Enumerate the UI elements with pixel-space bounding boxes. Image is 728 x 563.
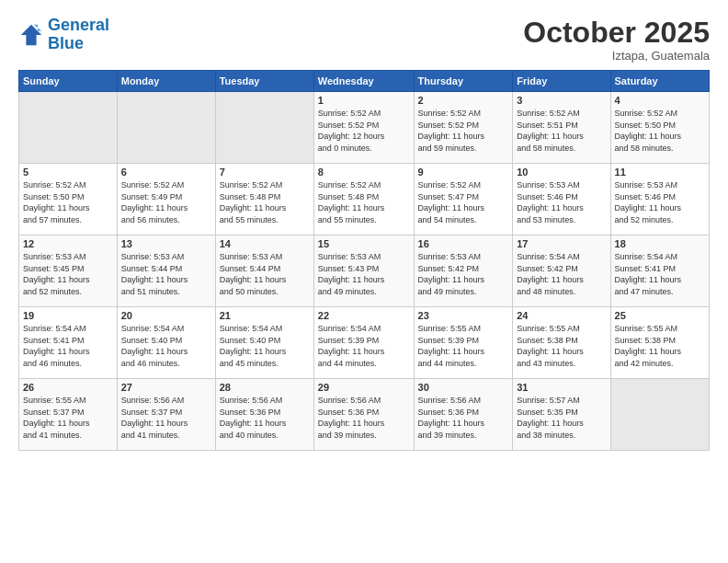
- day-info: Sunrise: 5:52 AMSunset: 5:51 PMDaylight:…: [517, 108, 606, 154]
- col-thursday: Thursday: [414, 71, 513, 92]
- week-row-2: 12Sunrise: 5:53 AMSunset: 5:45 PMDayligh…: [19, 236, 710, 307]
- day-number: 5: [23, 167, 113, 178]
- calendar-cell: 13Sunrise: 5:53 AMSunset: 5:44 PMDayligh…: [117, 236, 215, 307]
- day-number: 14: [220, 238, 310, 249]
- calendar-cell: 17Sunrise: 5:54 AMSunset: 5:42 PMDayligh…: [513, 236, 610, 307]
- calendar-cell: 20Sunrise: 5:54 AMSunset: 5:40 PMDayligh…: [117, 307, 215, 379]
- calendar-cell: 21Sunrise: 5:54 AMSunset: 5:40 PMDayligh…: [215, 307, 313, 379]
- calendar-cell: 14Sunrise: 5:53 AMSunset: 5:44 PMDayligh…: [215, 236, 313, 307]
- day-number: 27: [121, 382, 211, 393]
- day-number: 1: [318, 95, 410, 106]
- day-info: Sunrise: 5:55 AMSunset: 5:39 PMDaylight:…: [418, 323, 509, 369]
- calendar-cell: 27Sunrise: 5:56 AMSunset: 5:37 PMDayligh…: [117, 379, 215, 451]
- calendar-cell: 5Sunrise: 5:52 AMSunset: 5:50 PMDaylight…: [19, 164, 118, 236]
- calendar-cell: [19, 92, 118, 164]
- day-info: Sunrise: 5:57 AMSunset: 5:35 PMDaylight:…: [517, 395, 606, 441]
- location: Iztapa, Guatemala: [523, 49, 710, 63]
- calendar-cell: 9Sunrise: 5:52 AMSunset: 5:47 PMDaylight…: [414, 164, 513, 236]
- header-row: Sunday Monday Tuesday Wednesday Thursday…: [19, 71, 710, 92]
- day-number: 12: [23, 238, 113, 249]
- calendar-cell: 1Sunrise: 5:52 AMSunset: 5:52 PMDaylight…: [313, 92, 414, 164]
- calendar-cell: 4Sunrise: 5:52 AMSunset: 5:50 PMDaylight…: [610, 92, 709, 164]
- day-number: 20: [121, 310, 211, 321]
- day-number: 21: [220, 310, 310, 321]
- day-info: Sunrise: 5:54 AMSunset: 5:42 PMDaylight:…: [517, 251, 606, 297]
- calendar-table: Sunday Monday Tuesday Wednesday Thursday…: [18, 70, 710, 451]
- logo: General Blue: [18, 17, 109, 53]
- calendar-cell: 23Sunrise: 5:55 AMSunset: 5:39 PMDayligh…: [414, 307, 513, 379]
- day-info: Sunrise: 5:52 AMSunset: 5:47 PMDaylight:…: [418, 179, 509, 225]
- week-row-0: 1Sunrise: 5:52 AMSunset: 5:52 PMDaylight…: [19, 92, 710, 164]
- day-number: 25: [615, 310, 705, 321]
- calendar-cell: [117, 92, 215, 164]
- day-info: Sunrise: 5:53 AMSunset: 5:42 PMDaylight:…: [418, 251, 509, 297]
- calendar-cell: 30Sunrise: 5:56 AMSunset: 5:36 PMDayligh…: [414, 379, 513, 451]
- day-number: 22: [318, 310, 410, 321]
- calendar-cell: 6Sunrise: 5:52 AMSunset: 5:49 PMDaylight…: [117, 164, 215, 236]
- day-info: Sunrise: 5:54 AMSunset: 5:39 PMDaylight:…: [318, 323, 410, 369]
- col-monday: Monday: [117, 71, 215, 92]
- day-number: 29: [318, 382, 410, 393]
- calendar-cell: 22Sunrise: 5:54 AMSunset: 5:39 PMDayligh…: [313, 307, 414, 379]
- day-info: Sunrise: 5:53 AMSunset: 5:46 PMDaylight:…: [517, 179, 606, 225]
- day-number: 23: [418, 310, 509, 321]
- day-info: Sunrise: 5:53 AMSunset: 5:46 PMDaylight:…: [615, 179, 705, 225]
- calendar-body: 1Sunrise: 5:52 AMSunset: 5:52 PMDaylight…: [19, 92, 710, 451]
- day-info: Sunrise: 5:53 AMSunset: 5:44 PMDaylight:…: [220, 251, 310, 297]
- header: General Blue October 2025 Iztapa, Guatem…: [18, 17, 710, 63]
- calendar-cell: [610, 379, 709, 451]
- col-wednesday: Wednesday: [313, 71, 414, 92]
- logo-icon: [18, 22, 44, 48]
- calendar-cell: 19Sunrise: 5:54 AMSunset: 5:41 PMDayligh…: [19, 307, 118, 379]
- day-info: Sunrise: 5:52 AMSunset: 5:52 PMDaylight:…: [318, 108, 410, 154]
- calendar-cell: 26Sunrise: 5:55 AMSunset: 5:37 PMDayligh…: [19, 379, 118, 451]
- week-row-3: 19Sunrise: 5:54 AMSunset: 5:41 PMDayligh…: [19, 307, 710, 379]
- day-number: 15: [318, 238, 410, 249]
- day-number: 30: [418, 382, 509, 393]
- day-info: Sunrise: 5:55 AMSunset: 5:38 PMDaylight:…: [517, 323, 606, 369]
- day-info: Sunrise: 5:55 AMSunset: 5:38 PMDaylight:…: [615, 323, 705, 369]
- day-info: Sunrise: 5:54 AMSunset: 5:41 PMDaylight:…: [23, 323, 113, 369]
- day-info: Sunrise: 5:52 AMSunset: 5:48 PMDaylight:…: [220, 179, 310, 225]
- calendar-cell: [215, 92, 313, 164]
- calendar-cell: 7Sunrise: 5:52 AMSunset: 5:48 PMDaylight…: [215, 164, 313, 236]
- calendar-cell: 31Sunrise: 5:57 AMSunset: 5:35 PMDayligh…: [513, 379, 610, 451]
- day-number: 6: [121, 167, 211, 178]
- day-info: Sunrise: 5:56 AMSunset: 5:36 PMDaylight:…: [220, 395, 310, 441]
- week-row-4: 26Sunrise: 5:55 AMSunset: 5:37 PMDayligh…: [19, 379, 710, 451]
- calendar-cell: 16Sunrise: 5:53 AMSunset: 5:42 PMDayligh…: [414, 236, 513, 307]
- day-info: Sunrise: 5:56 AMSunset: 5:37 PMDaylight:…: [121, 395, 211, 441]
- calendar-cell: 11Sunrise: 5:53 AMSunset: 5:46 PMDayligh…: [610, 164, 709, 236]
- day-number: 13: [121, 238, 211, 249]
- page: General Blue October 2025 Iztapa, Guatem…: [0, 0, 728, 563]
- col-tuesday: Tuesday: [215, 71, 313, 92]
- calendar-cell: 25Sunrise: 5:55 AMSunset: 5:38 PMDayligh…: [610, 307, 709, 379]
- day-info: Sunrise: 5:54 AMSunset: 5:40 PMDaylight:…: [220, 323, 310, 369]
- day-info: Sunrise: 5:55 AMSunset: 5:37 PMDaylight:…: [23, 395, 113, 441]
- day-info: Sunrise: 5:52 AMSunset: 5:48 PMDaylight:…: [318, 179, 410, 225]
- day-info: Sunrise: 5:53 AMSunset: 5:44 PMDaylight:…: [121, 251, 211, 297]
- calendar-cell: 18Sunrise: 5:54 AMSunset: 5:41 PMDayligh…: [610, 236, 709, 307]
- day-info: Sunrise: 5:53 AMSunset: 5:45 PMDaylight:…: [23, 251, 113, 297]
- day-number: 10: [517, 167, 606, 178]
- col-friday: Friday: [513, 71, 610, 92]
- calendar-cell: 15Sunrise: 5:53 AMSunset: 5:43 PMDayligh…: [313, 236, 414, 307]
- calendar-cell: 2Sunrise: 5:52 AMSunset: 5:52 PMDaylight…: [414, 92, 513, 164]
- day-info: Sunrise: 5:52 AMSunset: 5:50 PMDaylight:…: [615, 108, 705, 154]
- month-title: October 2025: [523, 17, 710, 49]
- col-sunday: Sunday: [19, 71, 118, 92]
- calendar-cell: 3Sunrise: 5:52 AMSunset: 5:51 PMDaylight…: [513, 92, 610, 164]
- logo-text: General Blue: [48, 17, 109, 53]
- calendar-cell: 28Sunrise: 5:56 AMSunset: 5:36 PMDayligh…: [215, 379, 313, 451]
- day-number: 8: [318, 167, 410, 178]
- calendar-cell: 24Sunrise: 5:55 AMSunset: 5:38 PMDayligh…: [513, 307, 610, 379]
- col-saturday: Saturday: [610, 71, 709, 92]
- day-info: Sunrise: 5:56 AMSunset: 5:36 PMDaylight:…: [318, 395, 410, 441]
- day-info: Sunrise: 5:53 AMSunset: 5:43 PMDaylight:…: [318, 251, 410, 297]
- day-number: 16: [418, 238, 509, 249]
- day-number: 26: [23, 382, 113, 393]
- day-number: 7: [220, 167, 310, 178]
- day-number: 11: [615, 167, 705, 178]
- day-number: 9: [418, 167, 509, 178]
- day-info: Sunrise: 5:52 AMSunset: 5:50 PMDaylight:…: [23, 179, 113, 225]
